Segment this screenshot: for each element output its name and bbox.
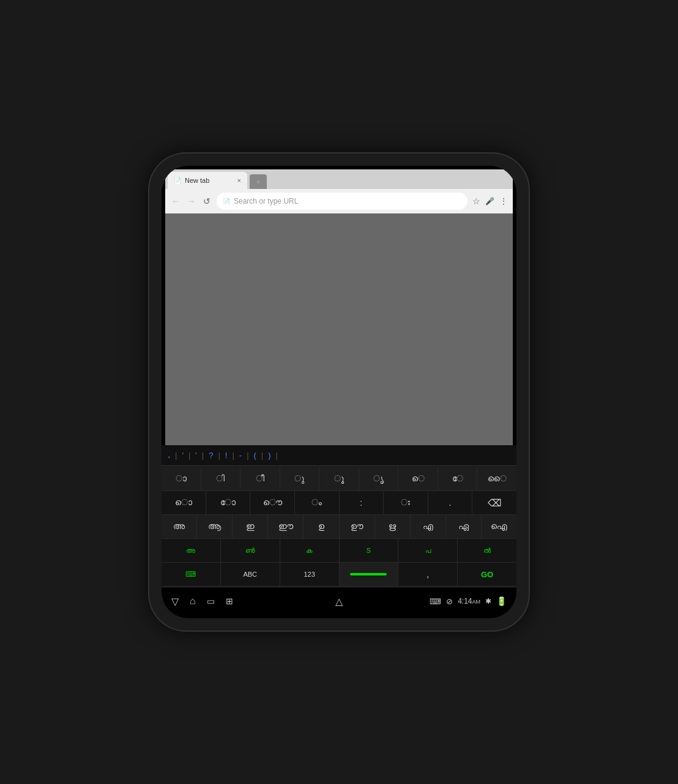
- back-button[interactable]: ←: [170, 196, 181, 206]
- tab-bar: 📄 New tab × +: [165, 169, 513, 189]
- bluetooth-icon: ✱: [485, 597, 491, 605]
- browser-window: 📄 New tab × + ← → ↺ 📄 Search or type URL…: [165, 169, 513, 445]
- address-bar: ← → ↺ 📄 Search or type URL ☆ 🎤 ⋮: [165, 189, 513, 213]
- key-e[interactable]: എ: [411, 515, 446, 538]
- key-i-sign[interactable]: ി: [201, 467, 241, 490]
- key-ai[interactable]: ഐ: [482, 515, 516, 538]
- suggestion-quote1[interactable]: ': [182, 451, 183, 460]
- keyboard: ാ ി ീ ു ൂ ൃ െ േ ൈ ൊ ോ ൌ ം : ഃ . ⌫: [162, 466, 516, 588]
- key-ai-sign[interactable]: ൈ: [477, 467, 516, 490]
- key-uu[interactable]: ഊ: [340, 515, 375, 538]
- suggestion-dash[interactable]: -: [239, 451, 242, 460]
- battery-icon: 🔋: [496, 596, 507, 606]
- key-au-sign[interactable]: ൌ: [250, 491, 295, 514]
- suggestion-exclaim[interactable]: !: [225, 451, 228, 460]
- keyboard-switch-icon: ⌨: [185, 570, 196, 579]
- key-special-n[interactable]: ൺ: [221, 539, 280, 562]
- key-special-s[interactable]: S: [340, 539, 399, 562]
- url-input-box[interactable]: 📄 Search or type URL: [217, 193, 468, 210]
- key-aa[interactable]: ആ: [197, 515, 233, 538]
- key-special-p[interactable]: പ: [398, 539, 458, 562]
- abc-button[interactable]: ABC: [221, 563, 280, 586]
- nav-down-button[interactable]: ▽: [171, 596, 179, 607]
- key-oo-sign[interactable]: ോ: [206, 491, 251, 514]
- menu-button[interactable]: ⋮: [499, 196, 508, 206]
- key-a[interactable]: അ: [162, 515, 197, 538]
- nav-home-button[interactable]: ⌂: [190, 596, 196, 607]
- key-ri[interactable]: ഋ: [375, 515, 411, 538]
- nav-grid-button[interactable]: ⊞: [226, 596, 233, 606]
- system-navigation: ▽ ⌂ ▭ ⊞ △ ⌨ ⊘ 4:14AM ✱ 🔋: [165, 588, 513, 615]
- keyboard-status-icon: ⌨: [430, 597, 441, 606]
- nav-recents-button[interactable]: ▭: [207, 596, 215, 606]
- key-special-a[interactable]: അ: [162, 539, 221, 562]
- key-period[interactable]: .: [428, 491, 473, 514]
- keyboard-row-4: അ ൺ ക S പ ൽ: [162, 539, 516, 563]
- system-nav-center: △: [335, 596, 343, 607]
- suggestion-question[interactable]: ?: [209, 451, 213, 460]
- no-sim-icon: ⊘: [446, 597, 453, 606]
- tab-title: New tab: [185, 177, 234, 184]
- keyboard-suggestions: ، | ' | ' | ? | ! | - | ( | ) |: [162, 445, 516, 466]
- keyboard-switch-button[interactable]: ⌨: [162, 563, 221, 586]
- comma-button[interactable]: ,: [398, 563, 458, 586]
- key-ee-sign[interactable]: േ: [438, 467, 478, 490]
- reload-button[interactable]: ↺: [202, 196, 212, 206]
- url-page-icon: 📄: [223, 198, 230, 205]
- suggestion-lparen[interactable]: (: [254, 451, 256, 460]
- key-ii[interactable]: ഈ: [268, 515, 304, 538]
- active-tab[interactable]: 📄 New tab ×: [168, 172, 247, 189]
- keyboard-row-3: അ ആ ഇ ഈ ഉ ഊ ഋ എ ഏ ഐ: [162, 515, 516, 539]
- key-visarga[interactable]: ഃ: [384, 491, 428, 514]
- key-i[interactable]: ഇ: [233, 515, 268, 538]
- key-ii-sign[interactable]: ീ: [240, 467, 280, 490]
- suggestion-comma[interactable]: ،: [168, 451, 170, 460]
- phone-device: 📄 New tab × + ← → ↺ 📄 Search or type URL…: [149, 153, 529, 631]
- key-ee[interactable]: ഏ: [446, 515, 482, 538]
- numeric-button[interactable]: 123: [280, 563, 340, 586]
- key-o-sign[interactable]: ൊ: [162, 491, 206, 514]
- key-anusvara[interactable]: ം: [295, 491, 340, 514]
- key-u-sign[interactable]: ു: [280, 467, 320, 490]
- bookmark-button[interactable]: ☆: [472, 196, 480, 206]
- key-uu-sign[interactable]: ൂ: [319, 467, 359, 490]
- key-special-k[interactable]: ക: [280, 539, 340, 562]
- new-tab-icon: +: [256, 177, 261, 187]
- key-e-sign[interactable]: െ: [398, 467, 438, 490]
- key-colon[interactable]: :: [340, 491, 384, 514]
- keyboard-row-5: ⌨ ABC 123 , GO: [162, 563, 516, 586]
- space-bar-indicator: [350, 573, 387, 575]
- mic-button[interactable]: 🎤: [485, 197, 494, 205]
- backspace-button[interactable]: ⌫: [472, 491, 516, 514]
- forward-button[interactable]: →: [186, 196, 197, 206]
- tab-close-button[interactable]: ×: [237, 177, 241, 184]
- url-placeholder: Search or type URL: [234, 197, 461, 205]
- phone-screen: 📄 New tab × + ← → ↺ 📄 Search or type URL…: [162, 166, 516, 618]
- status-time: 4:14AM: [458, 597, 480, 605]
- suggestion-quote2[interactable]: ': [195, 451, 196, 460]
- system-nav-left: ▽ ⌂ ▭ ⊞: [165, 596, 335, 607]
- tab-page-icon: 📄: [174, 177, 181, 184]
- key-u[interactable]: ഉ: [304, 515, 339, 538]
- nav-up-button[interactable]: △: [335, 596, 343, 607]
- space-button[interactable]: [340, 563, 399, 586]
- browser-content-area: [165, 213, 513, 445]
- keyboard-row-2: ൊ ോ ൌ ം : ഃ . ⌫: [162, 491, 516, 515]
- key-r-sign[interactable]: ൃ: [359, 467, 399, 490]
- keyboard-row-1: ാ ി ീ ു ൂ ൃ െ േ ൈ: [162, 467, 516, 491]
- suggestion-rparen[interactable]: ): [268, 451, 270, 460]
- key-special-l[interactable]: ൽ: [458, 539, 516, 562]
- system-nav-right: ⌨ ⊘ 4:14AM ✱ 🔋: [343, 596, 513, 606]
- go-button[interactable]: GO: [458, 563, 516, 586]
- new-tab-button[interactable]: +: [250, 174, 267, 189]
- key-aa-sign[interactable]: ാ: [162, 467, 201, 490]
